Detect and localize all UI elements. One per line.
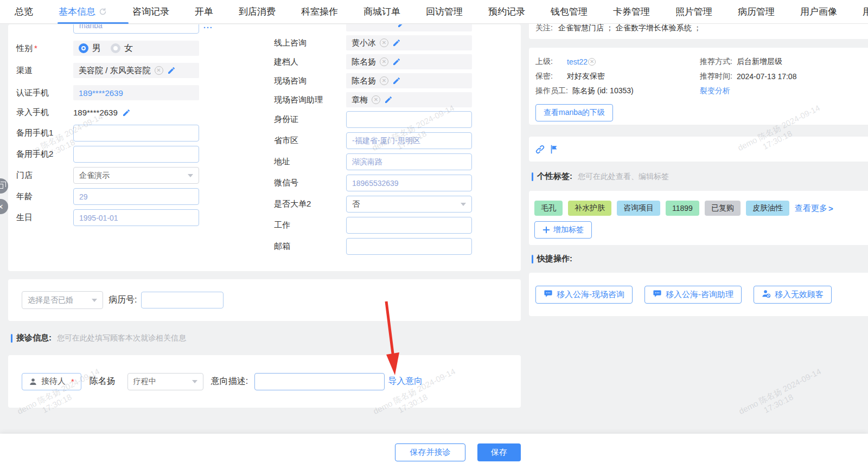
birthday-input[interactable] — [73, 209, 199, 226]
link-icon[interactable] — [535, 145, 545, 154]
watermark-line2: 17:30:18 — [742, 376, 827, 425]
stage-select[interactable]: 疗程中 — [127, 373, 203, 390]
tab-照片管理[interactable]: 照片管理 — [675, 0, 712, 24]
method-value: 后台新增层级 — [737, 57, 782, 67]
backup-phone-1-input[interactable] — [73, 125, 199, 141]
remove-icon[interactable]: ✕ — [372, 95, 380, 104]
edit-icon[interactable] — [392, 38, 401, 47]
flag-icon[interactable] — [550, 145, 559, 154]
creator-label: 建档人 — [274, 57, 346, 67]
intent-label: 意向描述: — [211, 376, 248, 387]
fission-analysis-link[interactable]: 裂变分析 — [700, 86, 730, 96]
quick-action-移入无效顾客[interactable]: 移入无效顾客 — [754, 286, 832, 304]
tag-11899: 11899 — [666, 201, 699, 216]
channel-value: 美容院 / 东风美容院 — [79, 66, 151, 76]
record-no-input[interactable] — [141, 292, 224, 308]
radio-女[interactable] — [111, 43, 120, 53]
edit-icon[interactable] — [392, 76, 401, 85]
refresh-icon[interactable] — [99, 8, 107, 16]
remove-icon[interactable]: ✕ — [380, 57, 388, 66]
onsite-consult-value: 陈名扬 — [352, 76, 376, 86]
remove-icon[interactable]: ✕ — [155, 66, 163, 75]
receiver-button[interactable]: 接待人 * — [22, 373, 81, 390]
restore-icon — [0, 184, 3, 189]
form-row-onsite-consult: 现场咨询陈名扬✕ — [274, 73, 521, 88]
radio-男-selected[interactable] — [79, 43, 88, 53]
tab-回访管理[interactable]: 回访管理 — [426, 0, 463, 24]
tab-label: 用户画像 — [800, 5, 837, 18]
form-row-gender: 性别*男女 — [16, 41, 274, 56]
age-input[interactable] — [73, 188, 199, 205]
marital-status-select[interactable]: 选择是否已婚 — [22, 291, 103, 309]
tab-预约记录[interactable]: 预约记录 — [488, 0, 525, 24]
tab-商城订单[interactable]: 商城订单 — [363, 0, 400, 24]
region-input[interactable] — [346, 132, 472, 149]
plus-icon — [542, 226, 550, 234]
add-tag-label: 增加标签 — [553, 225, 584, 235]
tab-病历管理[interactable]: 病历管理 — [738, 0, 775, 24]
remove-icon[interactable]: ✕ — [380, 38, 388, 47]
edit-icon[interactable] — [384, 95, 393, 104]
remove-icon[interactable]: ✕ — [380, 76, 388, 85]
tab-label: 咨询记录 — [132, 5, 169, 18]
active-tab-underline — [58, 22, 129, 24]
view-subordinates-button[interactable]: 查看manba的下级 — [535, 104, 613, 121]
id-card-input[interactable] — [346, 111, 472, 128]
quick-action-移入公海-咨询助理[interactable]: 移入公海-咨询助理 — [644, 286, 742, 304]
restore-window-button[interactable] — [0, 178, 8, 194]
job-label: 工作 — [274, 220, 346, 230]
close-widget-button[interactable]: ✕ — [0, 199, 8, 214]
address-input[interactable] — [346, 153, 472, 170]
tab-用户画像[interactable]: 用户画像 — [800, 0, 837, 24]
tab-开单[interactable]: 开单 — [195, 0, 213, 24]
gender-group: 男女 — [73, 41, 199, 56]
tab-钱包管理[interactable]: 钱包管理 — [551, 0, 588, 24]
big-order-2-select[interactable]: 否 — [346, 196, 472, 213]
tab-科室操作[interactable]: 科室操作 — [301, 0, 338, 24]
edit-icon[interactable] — [392, 57, 401, 66]
backup-phone-2-input[interactable] — [73, 146, 199, 163]
quick-action-移入公海-现场咨询[interactable]: 移入公海-现场咨询 — [535, 286, 633, 304]
add-tag-button[interactable]: 增加标签 — [534, 221, 592, 239]
save-button[interactable]: 保存 — [477, 443, 521, 461]
edit-icon[interactable] — [122, 108, 131, 117]
onsite-assistant-value: 章梅 — [352, 95, 368, 105]
privacy-label: 保密: — [535, 72, 567, 81]
tab-用卡记录[interactable]: 用卡记录 — [863, 0, 868, 24]
edit-icon[interactable] — [167, 66, 176, 75]
follow-label: 关注: — [535, 23, 553, 33]
tab-总览[interactable]: 总览 — [15, 0, 33, 24]
person-icon — [29, 377, 37, 386]
chevron-down-icon — [192, 380, 197, 383]
tab-咨询记录[interactable]: 咨询记录 — [132, 0, 169, 24]
form-row-customer-name: ... — [16, 24, 274, 34]
marital-status-placeholder: 选择是否已婚 — [28, 295, 73, 305]
edit-icon[interactable] — [397, 24, 406, 28]
save-and-receive-button[interactable]: 保存并接诊 — [395, 443, 465, 461]
required-mark: * — [71, 377, 74, 386]
job-input[interactable] — [346, 217, 472, 234]
operator-value: 陈名扬 (id: 10353) — [572, 86, 634, 96]
form-row-email: 邮箱 — [274, 238, 521, 255]
onsite-assistant-field: 章梅✕ — [346, 92, 472, 107]
intent-input[interactable] — [254, 373, 385, 390]
remove-icon[interactable]: ✕ — [588, 58, 596, 66]
import-intent-link[interactable]: 导入意向 — [388, 376, 423, 387]
tab-基本信息[interactable]: 基本信息 — [59, 0, 107, 24]
customer-name-input[interactable] — [73, 24, 199, 34]
tab-卡券管理[interactable]: 卡券管理 — [613, 0, 650, 24]
wechat-input[interactable] — [346, 175, 472, 191]
more-options-link[interactable]: ... — [203, 24, 213, 30]
reception-hint: 您可在此处填写顾客本次就诊相关信息 — [57, 333, 186, 343]
email-input[interactable] — [346, 238, 472, 255]
watermark: demo 陈名扬 2024-09-1417:30:18 — [737, 366, 827, 425]
view-more-tags-link[interactable]: 查看更多> — [795, 203, 833, 214]
quick-action-label: 移入公海-现场咨询 — [557, 290, 624, 300]
entry-phone-label: 录入手机 — [16, 107, 73, 118]
superior-link[interactable]: test22 — [567, 57, 588, 66]
id-card-label: 身份证 — [274, 114, 346, 125]
auth-phone-value[interactable]: 189****2639 — [79, 88, 123, 98]
chat-icon — [653, 289, 662, 300]
store-select[interactable]: 企雀演示 — [73, 167, 199, 184]
tab-到店消费[interactable]: 到店消费 — [239, 0, 276, 24]
